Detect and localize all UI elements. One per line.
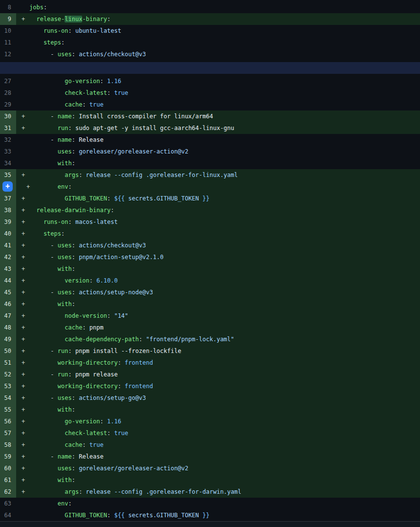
line-number[interactable]: 60: [0, 462, 16, 474]
code-line: - uses: actions/checkout@v3: [29, 48, 420, 60]
line-number[interactable]: 34: [0, 157, 16, 169]
line-number[interactable]: 49: [0, 333, 16, 345]
line-number[interactable]: 57: [0, 427, 16, 439]
diff-row: 27 go-version: 1.16: [0, 75, 420, 87]
line-number[interactable]: 33: [0, 146, 16, 157]
line-number[interactable]: 8: [0, 1, 16, 13]
syntax-const: 1.16: [107, 418, 121, 425]
syntax-key: name: [58, 113, 72, 120]
syntax-key: uses: [58, 51, 72, 58]
line-number[interactable]: 51: [0, 357, 16, 369]
code-line: release-darwin-binary:: [29, 204, 420, 216]
diff-row: 9+ release-linux-binary:: [0, 13, 420, 25]
syntax-punct: :: [139, 336, 146, 343]
line-number[interactable]: 28: [0, 87, 16, 99]
line-number[interactable]: 38: [0, 204, 16, 216]
line-number[interactable]: 58: [0, 439, 16, 451]
line-body: + cache-dependency-path: "frontend/pnpm-…: [16, 333, 420, 345]
syntax-key: check-latest: [29, 89, 107, 96]
word-diff-highlight: linux: [65, 16, 82, 22]
syntax-punct: :: [72, 395, 79, 401]
line-body: go-version: 1.16: [16, 75, 420, 87]
line-number[interactable]: 50: [0, 345, 16, 357]
line-body: - uses: actions/checkout@v3: [16, 48, 420, 60]
diff-marker: +: [16, 286, 29, 298]
line-number[interactable]: 52: [0, 369, 16, 380]
line-number[interactable]: 59: [0, 451, 16, 462]
line-number[interactable]: 43: [0, 263, 16, 275]
line-number[interactable]: 53: [0, 380, 16, 392]
diff-marker: +: [16, 392, 29, 404]
syntax-punct: :: [82, 324, 89, 331]
line-number[interactable]: 48: [0, 322, 16, 333]
line-body: + cache: pnpm: [16, 322, 420, 333]
line-number[interactable]: 44: [0, 275, 16, 286]
code-line: jobs:: [29, 1, 420, 13]
syntax-punct: :: [118, 383, 125, 390]
line-number[interactable]: 30: [0, 110, 16, 122]
line-number[interactable]: 61: [0, 474, 16, 486]
syntax-punct: :: [100, 418, 107, 425]
code-line: GITHUB_TOKEN: ${{ secrets.GITHUB_TOKEN }…: [29, 193, 420, 204]
line-number[interactable]: 55: [0, 404, 16, 416]
line-number[interactable]: 11: [0, 37, 16, 48]
line-number[interactable]: 32: [0, 134, 16, 146]
syntax-key: cache: [29, 324, 82, 331]
line-number[interactable]: 62: [0, 486, 16, 498]
code-line: with:: [29, 263, 420, 275]
line-number[interactable]: 56: [0, 416, 16, 427]
syntax-key: GITHUB_TOKEN: [29, 512, 107, 519]
diff-marker: +: [16, 240, 29, 251]
code-line: working-directory: frontend: [29, 357, 420, 369]
syntax-punct: -: [29, 51, 58, 58]
line-number[interactable]: 31: [0, 122, 16, 134]
syntax-key: cache-dependency-path: [29, 336, 139, 343]
line-number[interactable]: 54: [0, 392, 16, 404]
line-number[interactable]: 47: [0, 310, 16, 322]
line-number[interactable]: 42: [0, 251, 16, 263]
syntax-str: macos-latest: [75, 219, 118, 225]
line-body: + release-darwin-binary:: [16, 204, 420, 216]
syntax-const: frontend: [125, 383, 153, 390]
line-number[interactable]: 45: [0, 286, 16, 298]
syntax-punct: -: [29, 348, 58, 354]
line-number[interactable]: 12: [0, 48, 16, 60]
code-line: with:: [29, 298, 420, 310]
add-comment-button[interactable]: +: [2, 181, 13, 192]
line-number[interactable]: 46: [0, 298, 16, 310]
diff-marker: +: [16, 404, 29, 416]
syntax-key: env: [29, 183, 68, 190]
line-number[interactable]: 41: [0, 240, 16, 251]
line-number[interactable]: 10: [0, 25, 16, 37]
diff-row: 61+ with:: [0, 474, 420, 486]
syntax-key: args: [29, 488, 79, 495]
line-body: + with:: [16, 298, 420, 310]
diff-row: 39+ runs-on: macos-latest: [0, 216, 420, 228]
syntax-key: go-version: [29, 418, 100, 425]
line-number[interactable]: 64: [0, 509, 16, 521]
hunk-expander-row[interactable]: [0, 62, 420, 74]
line-body: GITHUB_TOKEN: ${{ secrets.GITHUB_TOKEN }…: [16, 509, 420, 521]
line-body: + - run: pnpm install --frozen-lockfile: [16, 345, 420, 357]
diff-row: 35+ args: release --config .goreleaser-f…: [0, 169, 420, 181]
line-number[interactable]: 29: [0, 99, 16, 110]
syntax-str: actions/checkout@v3: [79, 51, 146, 58]
line-number[interactable]: 35: [0, 169, 16, 181]
line-number[interactable]: 37: [0, 193, 16, 204]
diff-row: 48+ cache: pnpm: [0, 322, 420, 333]
diff-marker: [16, 25, 29, 37]
line-number[interactable]: 27: [0, 75, 16, 87]
line-body: + check-latest: true: [16, 427, 420, 439]
syntax-const: 1.16: [107, 78, 121, 85]
line-number[interactable]: 63: [0, 498, 16, 509]
syntax-text: Release: [79, 453, 104, 460]
line-body: + - run: pnpm release: [16, 369, 420, 380]
line-number[interactable]: 9: [0, 13, 16, 25]
diff-row: 52+ - run: pnpm release: [0, 369, 420, 380]
syntax-key: run: [58, 348, 68, 354]
line-number[interactable]: 40: [0, 228, 16, 240]
diff-marker: +: [16, 486, 29, 498]
syntax-punct: :: [72, 301, 75, 307]
syntax-key: env: [29, 500, 68, 507]
line-number[interactable]: 39: [0, 216, 16, 228]
